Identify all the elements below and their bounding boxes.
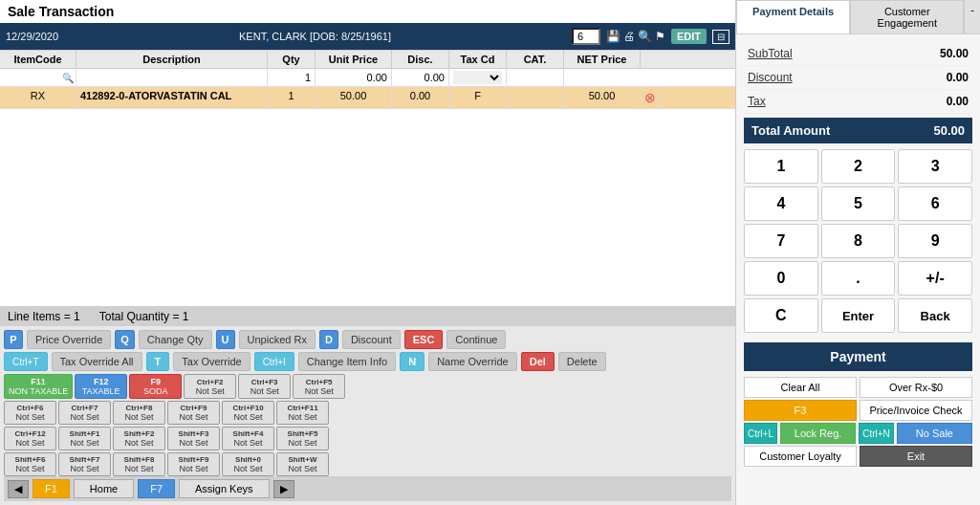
nav-left-button[interactable]: ◀ [8, 480, 29, 498]
ctrl-f3-button[interactable]: Ctrl+F3Not Set [238, 374, 291, 399]
lock-reg-button[interactable]: Lock Reg. [780, 423, 856, 444]
over-rx-button[interactable]: Over Rx-$0 [860, 377, 972, 398]
ctrl-f10-button[interactable]: Ctrl+F10Not Set [222, 401, 274, 425]
delete-button[interactable]: Delete [558, 352, 606, 371]
no-sale-button[interactable]: No Sale [897, 423, 972, 444]
shift-w-button[interactable]: Shift+WNot Set [276, 452, 329, 476]
ctrl-n-button[interactable]: Ctrl+N [859, 423, 894, 444]
continue-button[interactable]: Continue [446, 330, 506, 349]
row-delete[interactable]: ⊗ [641, 87, 660, 108]
payment-button[interactable]: Payment [744, 342, 972, 371]
f1-button[interactable]: F1 [33, 479, 70, 498]
shift-f0-button[interactable]: Shift+0Not Set [222, 452, 274, 476]
ctrl-f8-button[interactable]: Ctrl+F8Not Set [113, 401, 165, 425]
ctrl-l-button[interactable]: Ctrl+L [744, 423, 777, 444]
numpad-1[interactable]: 1 [744, 149, 818, 184]
shift-f8-button[interactable]: Shift+F8Not Set [113, 452, 165, 476]
home-button[interactable]: Home [74, 479, 134, 498]
unitprice-input[interactable] [316, 69, 392, 86]
tax-override-all-button[interactable]: Tax Override All [52, 352, 142, 371]
tab-customer-engagement[interactable]: Customer Engagement [850, 0, 964, 33]
numpad-0[interactable]: 0 [744, 261, 818, 296]
change-qty-key[interactable]: Q [115, 330, 135, 349]
unpicked-rx-key[interactable]: U [216, 330, 235, 349]
row-unitprice: 50.00 [316, 87, 392, 108]
numpad-4[interactable]: 4 [744, 187, 818, 221]
taxcd-select[interactable] [453, 71, 502, 84]
edit-button[interactable]: EDIT [671, 29, 707, 44]
f11-button[interactable]: F11NON TAXABLE [4, 374, 73, 399]
change-item-info-button[interactable]: Change Item Info [298, 352, 396, 371]
shift-f2-button[interactable]: Shift+F2Not Set [113, 427, 165, 450]
customer-loyalty-button[interactable]: Customer Loyalty [744, 446, 857, 467]
numpad-plusminus[interactable]: +/- [898, 261, 972, 296]
ctrl-f12-button[interactable]: Ctrl+F12Not Set [4, 427, 56, 450]
price-invoice-button[interactable]: Price/Invoice Check [860, 400, 972, 421]
ctrl-f11-button[interactable]: Ctrl+F11Not Set [276, 401, 329, 425]
ctrl-f5-button[interactable]: Ctrl+F5Not Set [293, 374, 345, 399]
name-override-key[interactable]: N [400, 352, 425, 371]
tax-override-button[interactable]: Tax Override [173, 352, 250, 371]
numpad-6[interactable]: 6 [898, 187, 972, 221]
numpad-8[interactable]: 8 [821, 224, 896, 258]
search-icon: 🔍 [638, 30, 652, 43]
numpad-5[interactable]: 5 [821, 187, 896, 221]
shift-f6-button[interactable]: Shift+F6Not Set [4, 452, 56, 476]
numpad-enter[interactable]: Enter [821, 298, 896, 333]
tax-override-key[interactable]: T [146, 352, 170, 371]
ctrl-f9-button[interactable]: Ctrl+F9Not Set [167, 401, 220, 425]
header-patient: KENT, CLARK [DOB: 8/25/1961] [64, 31, 566, 42]
tab-payment-details[interactable]: Payment Details [736, 0, 850, 33]
shift-f7-button[interactable]: Shift+F7Not Set [58, 452, 111, 476]
change-qty-button[interactable]: Change Qty [139, 330, 212, 349]
ctrl-f6-button[interactable]: Ctrl+F6Not Set [4, 401, 56, 425]
cat-input[interactable] [507, 69, 564, 86]
header-number-input[interactable] [572, 28, 600, 45]
unpicked-rx-button[interactable]: Unpicked Rx [239, 330, 316, 349]
bottom-nav: ◀ F1 Home F7 Assign Keys ▶ [4, 476, 731, 501]
change-item-info-key[interactable]: Ctrl+I [254, 352, 294, 371]
assign-keys-button[interactable]: Assign Keys [179, 479, 270, 498]
del-key[interactable]: Del [521, 352, 555, 371]
numpad-dot[interactable]: . [821, 261, 896, 296]
table-row: RX 412892-0-ATORVASTATIN CAL 1 50.00 0.0… [0, 87, 735, 109]
numpad-3[interactable]: 3 [898, 149, 972, 184]
description-input[interactable] [76, 69, 268, 86]
nav-right-button[interactable]: ▶ [273, 480, 294, 498]
f9-button[interactable]: F9SODA [129, 374, 182, 399]
numpad-clear[interactable]: C [744, 298, 818, 333]
shift-f3-button[interactable]: Shift+F3Not Set [167, 427, 220, 450]
print-button[interactable]: ⊟ [712, 30, 730, 44]
shift-f9-button[interactable]: Shift+F9Not Set [167, 452, 220, 476]
price-override-button[interactable]: Price Override [27, 330, 111, 349]
right-panel: Payment Details Customer Engagement - Su… [736, 0, 980, 505]
ctrl-f7-button[interactable]: Ctrl+F7Not Set [58, 401, 111, 425]
tax-override-all-key[interactable]: Ctrl+T [4, 352, 48, 371]
input-row: 🔍 [0, 69, 735, 87]
clear-all-button[interactable]: Clear All [744, 377, 857, 398]
fn-row-2: Ctrl+F6Not Set Ctrl+F7Not Set Ctrl+F8Not… [4, 401, 731, 425]
numpad-2[interactable]: 2 [821, 149, 896, 184]
price-override-key[interactable]: P [4, 330, 23, 349]
total-quantity-status: Total Quantity = 1 [99, 310, 189, 323]
numpad-back[interactable]: Back [898, 298, 972, 333]
f7-button[interactable]: F7 [138, 479, 175, 498]
shift-f1-button[interactable]: Shift+F1Not Set [58, 427, 111, 450]
discount-button[interactable]: Discount [342, 330, 401, 349]
f12-button[interactable]: F12TAXABLE [75, 374, 127, 399]
exit-button[interactable]: Exit [860, 446, 972, 467]
disc-input[interactable] [392, 69, 449, 86]
qty-input[interactable] [268, 69, 316, 86]
esc-key[interactable]: ESC [404, 330, 444, 349]
netprice-input[interactable] [564, 69, 641, 86]
numpad-7[interactable]: 7 [744, 224, 818, 258]
f3-button[interactable]: F3 [744, 400, 857, 421]
discount-key[interactable]: D [319, 330, 338, 349]
ctrl-f2-button[interactable]: Ctrl+F2Not Set [184, 374, 236, 399]
numpad-9[interactable]: 9 [898, 224, 972, 258]
shift-f4-button[interactable]: Shift+F4Not Set [222, 427, 274, 450]
name-override-button[interactable]: Name Override [428, 352, 517, 371]
save-icon: 💾 [606, 30, 621, 43]
shift-f5-button[interactable]: Shift+F5Not Set [276, 427, 329, 450]
tab-close-button[interactable]: - [964, 0, 980, 33]
